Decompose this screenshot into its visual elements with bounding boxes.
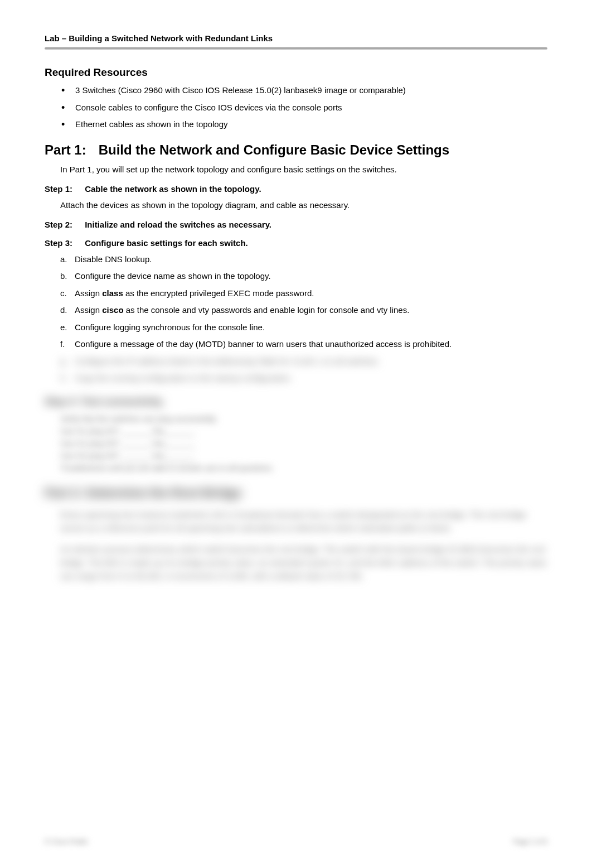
list-item: c. Assign class as the encrypted privile… bbox=[60, 287, 547, 300]
step-label: Step 1: bbox=[45, 184, 83, 194]
part-title-text: Build the Network and Configure Basic De… bbox=[99, 142, 449, 157]
list-item: Ethernet cables as shown in the topology bbox=[61, 118, 547, 131]
list-item: e. Configure logging synchronous for the… bbox=[60, 321, 547, 334]
list-item: d. Assign cisco as the console and vty p… bbox=[60, 304, 547, 317]
step-4-heading-blurred: Step 4: Test connectivity. bbox=[45, 396, 547, 408]
letter-content: Configure the IP address listed in the A… bbox=[75, 355, 547, 368]
list-item: 3 Switches (Cisco 2960 with Cisco IOS Re… bbox=[61, 84, 547, 97]
list-item: b. Configure the device name as shown in… bbox=[60, 270, 547, 283]
letter-label: a. bbox=[60, 253, 75, 266]
bold-cisco: cisco bbox=[102, 305, 123, 315]
letter-label: d. bbox=[60, 304, 75, 317]
letter-content: Disable DNS lookup. bbox=[75, 253, 547, 266]
step-3-list-hidden: g. Configure the IP address listed in th… bbox=[45, 355, 547, 385]
list-item: g. Configure the IP address listed in th… bbox=[60, 355, 547, 368]
footer-right: Page 2 of 6 bbox=[513, 838, 547, 846]
step-title-text: Configure basic settings for each switch… bbox=[85, 238, 248, 248]
letter-content: Copy the running configuration to the st… bbox=[75, 372, 547, 385]
step-3-list: a. Disable DNS lookup. b. Configure the … bbox=[45, 253, 547, 351]
required-resources-list: 3 Switches (Cisco 2960 with Cisco IOS Re… bbox=[45, 84, 547, 131]
letter-content: Assign class as the encrypted privileged… bbox=[75, 287, 547, 300]
list-item: Console cables to configure the Cisco IO… bbox=[61, 102, 547, 114]
letter-content: Configure a message of the day (MOTD) ba… bbox=[75, 338, 547, 351]
list-item: a. Disable DNS lookup. bbox=[60, 253, 547, 266]
letter-label: g. bbox=[60, 355, 75, 368]
step-label: Step 3: bbox=[45, 238, 83, 248]
blurred-paragraph: An election process determines which swi… bbox=[45, 543, 547, 583]
step-title-text: Initialize and reload the switches as ne… bbox=[85, 220, 271, 229]
header-divider bbox=[45, 47, 547, 50]
part-1-heading: Part 1: Build the Network and Configure … bbox=[45, 142, 547, 158]
blurred-paragraph: Every spanning-tree instance (switched L… bbox=[45, 508, 547, 535]
step-label: Step 2: bbox=[45, 220, 83, 229]
page-header-title: Lab – Building a Switched Network with R… bbox=[45, 33, 547, 47]
step-2-heading: Step 2: Initialize and reload the switch… bbox=[45, 220, 547, 229]
letter-label: h. bbox=[60, 372, 75, 385]
bold-class: class bbox=[102, 288, 123, 298]
letter-label: e. bbox=[60, 321, 75, 334]
part-1-intro: In Part 1, you will set up the network t… bbox=[45, 163, 547, 175]
page-footer: © Cisco Public Page 2 of 6 bbox=[45, 838, 547, 846]
blurred-text: Verify that the switches can ping succes… bbox=[45, 414, 547, 423]
letter-content: Configure logging synchronous for the co… bbox=[75, 321, 547, 334]
step-title-text: Cable the network as shown in the topolo… bbox=[85, 184, 261, 194]
list-item: f. Configure a message of the day (MOTD)… bbox=[60, 338, 547, 351]
letter-content: Assign cisco as the console and vty pass… bbox=[75, 304, 547, 317]
ping-line: Can S2 ping S3? _______Yes_______ bbox=[45, 451, 547, 460]
list-item: h. Copy the running configuration to the… bbox=[60, 372, 547, 385]
required-resources-heading: Required Resources bbox=[45, 66, 547, 79]
step-1-heading: Step 1: Cable the network as shown in th… bbox=[45, 184, 547, 194]
blurred-content-region: g. Configure the IP address listed in th… bbox=[45, 355, 547, 385]
footer-left: © Cisco Public bbox=[45, 838, 88, 846]
ping-line: Can S1 ping S3? _______Yes_______ bbox=[45, 439, 547, 448]
part-2-heading-blurred: Part 2: Determine the Root Bridge bbox=[45, 486, 547, 500]
part-label: Part 1: bbox=[45, 142, 95, 158]
blurred-text: Troubleshoot until you are able to answe… bbox=[45, 464, 547, 472]
letter-label: b. bbox=[60, 270, 75, 283]
step-3-heading: Step 3: Configure basic settings for eac… bbox=[45, 238, 547, 248]
letter-label: f. bbox=[60, 338, 75, 351]
letter-label: c. bbox=[60, 287, 75, 300]
ping-line: Can S1 ping S2? _______Yes_______ bbox=[45, 427, 547, 436]
step-1-text: Attach the devices as shown in the topol… bbox=[45, 199, 547, 211]
letter-content: Configure the device name as shown in th… bbox=[75, 270, 547, 283]
